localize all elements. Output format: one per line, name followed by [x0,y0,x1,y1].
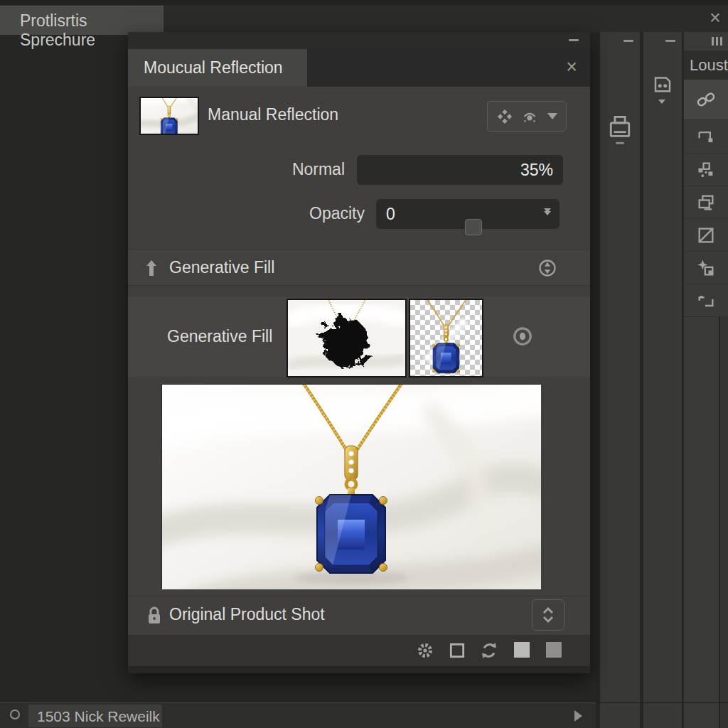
tool-item-artboard[interactable] [684,284,728,316]
generative-fill-row: Generative Fill [128,297,590,377]
mask-thumbnail-art [288,300,405,376]
square-outline-icon[interactable] [448,641,466,660]
arrange-dpad-icon[interactable] [497,109,513,124]
tool-panel: Louste [684,32,728,728]
generative-fill-header[interactable]: Generative Fill [128,249,590,286]
opacity-dropdown-chevrons-icon[interactable] [544,208,551,215]
panel-tab-row: Moucual Reflection × [128,49,590,87]
scatter-squares-icon [696,160,716,180]
status-box: 1503 Nick Reweilk [28,705,162,727]
dropdown-triangle-icon[interactable] [547,113,557,119]
reorder-button[interactable] [532,599,564,631]
layer-name: Manual Reflection [208,105,338,124]
reflect-eye-icon[interactable] [521,109,538,124]
tool-panel-title: Louste [690,56,728,75]
close-icon: × [710,7,721,28]
panel-column-b [643,32,682,728]
tool-item-frame[interactable] [684,219,728,252]
panel-titlebar [128,32,590,49]
artboard-bracket-icon [696,291,716,311]
square-diagonal-icon [696,225,716,245]
tool-item-crop[interactable] [684,120,728,154]
opacity-label: Opacity [235,204,365,223]
link-icon [695,89,717,110]
target-circle-icon[interactable] [512,326,533,347]
window-close-button[interactable]: × [710,9,721,28]
panel-menu-icon[interactable] [712,37,722,46]
generative-fill-row-label: Generative Fill [167,327,272,346]
expand-play-icon[interactable] [574,710,582,722]
tool-panel-edge-strip [719,316,728,728]
status-bar-right-line [596,702,728,703]
swatch-light-square[interactable] [514,642,530,658]
status-circle-icon [10,710,20,719]
close-icon: × [566,56,577,77]
panel-body: Manual Reflection Normal 35% Opacity [128,87,590,673]
photo-panel-icon[interactable] [652,73,673,97]
layer-actions-group [487,101,567,132]
tool-item-generate[interactable] [684,252,728,284]
tool-panel-header: Louste [684,50,728,80]
magic-sparkle-icon [696,258,716,278]
tool-item-scatter[interactable] [684,154,728,186]
panel-bottom-edge [128,666,590,673]
chevrons-up-down-icon [540,606,557,624]
status-bar: 1503 Nick Reweilk [0,702,596,728]
layer-thumbnail-art [141,98,198,134]
blend-mode-value: 35% [520,161,553,180]
floating-panel: Moucual Reflection × Manual Reflection [128,32,590,673]
panel-tab-title: Moucual Reflection [144,58,283,77]
document-tab[interactable]: Protlisrtis Sprechure [0,6,164,35]
status-text: 1503 Nick Reweilk [37,708,160,725]
blend-mode-field[interactable]: 35% [357,155,563,185]
cutout-thumbnail[interactable] [409,299,483,378]
crop-frame-icon [696,127,716,146]
panel-tab[interactable]: Moucual Reflection [128,49,307,87]
gear-icon[interactable] [416,641,434,660]
refresh-icon[interactable] [479,641,499,660]
chevron-down-icon[interactable] [658,100,665,104]
opacity-value: 0 [386,205,395,224]
lock-icon [146,605,163,626]
panel-footer-toolbar [128,635,590,666]
sync-circle-icon[interactable] [537,258,557,278]
mask-thumbnail[interactable] [287,299,407,378]
swatch-gray-square[interactable] [546,642,562,658]
application-window: Protlisrtis Sprechure × Louste [0,0,728,728]
main-preview-art [162,385,541,589]
panel-close-button[interactable]: × [566,58,577,77]
blend-mode-label: Normal [213,160,345,179]
generative-fill-header-label: Generative Fill [169,258,274,277]
collapse-dash-icon[interactable] [623,40,633,42]
cutout-thumbnail-art [410,300,482,376]
stacked-layers-icon [696,193,716,213]
tool-panel-lower-strip [684,316,717,728]
original-shot-label: Original Product Shot [169,605,325,624]
up-arrow-icon [145,259,158,277]
main-preview-image[interactable] [161,384,540,589]
top-edge [0,0,728,5]
opacity-slider-handle[interactable] [465,219,482,235]
tool-item-layers[interactable] [684,186,728,219]
collapse-dash-icon[interactable] [665,40,675,42]
panel-column-a [600,32,640,728]
panel-minimize-dash-icon[interactable] [569,39,579,41]
layer-thumbnail[interactable] [139,97,199,135]
printer-icon[interactable] [608,107,632,149]
original-shot-row[interactable]: Original Product Shot [128,596,590,633]
tool-item-link[interactable] [684,80,728,120]
